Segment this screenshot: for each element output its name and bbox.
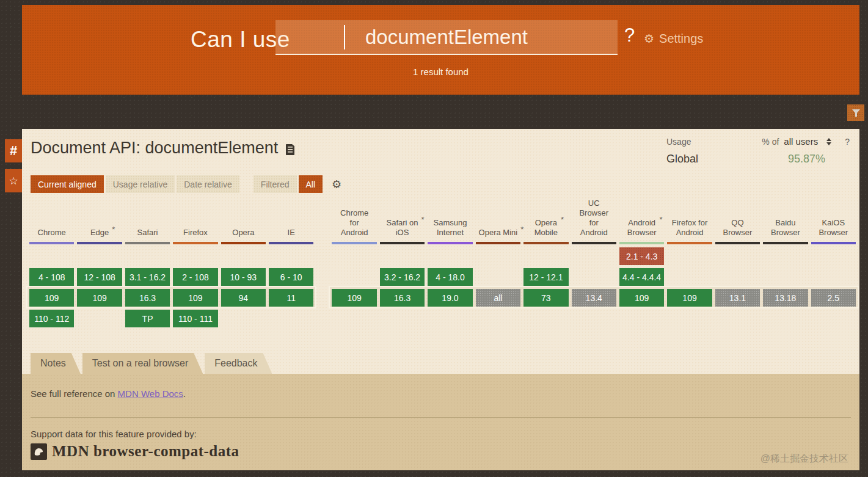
global-label: Global (666, 153, 698, 166)
global-value: 95.87% (788, 153, 825, 166)
support-cell-safari_ios-16.3[interactable]: 16.3 (380, 289, 425, 307)
browser-column-safari: Safari3.1 - 16.216.3TP (125, 199, 170, 330)
support-cell-firefox-109[interactable]: 109 (173, 289, 217, 307)
support-cell-safari-3.1-16.2[interactable]: 3.1 - 16.2 (125, 268, 170, 286)
toggle-filter-all[interactable]: All (299, 175, 323, 193)
browser-name: Android Browser* (619, 199, 664, 242)
browser-column-firefox_android: Firefox for Android109 (667, 199, 712, 330)
table-settings-gear-icon[interactable]: ⚙ (332, 175, 341, 193)
support-cell-firefox_android-109[interactable]: 109 (667, 289, 712, 307)
tab-notes[interactable]: Notes (31, 353, 81, 374)
toggle-date-relative[interactable]: Date relative (177, 175, 239, 193)
reference-text: See full reference on MDN Web Docs. (31, 388, 186, 399)
select-arrows-icon[interactable] (826, 138, 831, 145)
tab-test-on-a-real-browser[interactable]: Test on a real browser (82, 353, 203, 374)
support-cell-safari_ios-3.2-16.2[interactable]: 3.2 - 16.2 (380, 268, 425, 286)
support-cell-empty (380, 247, 425, 265)
browser-name: Opera Mobile* (523, 199, 568, 242)
support-cell-empty (173, 247, 217, 265)
usage-bar (29, 242, 74, 244)
star-icon: ☆ (9, 175, 18, 188)
support-cell-edge-12-108[interactable]: 12 - 108 (77, 268, 122, 286)
support-cell-chrome-4-108[interactable]: 4 - 108 (29, 268, 74, 286)
usage-bar (523, 242, 568, 244)
support-cell-empty (811, 268, 856, 286)
support-cell-empty (763, 268, 808, 286)
support-cell-empty (715, 247, 760, 265)
sidebar-hash-button[interactable]: # (5, 139, 22, 162)
browser-column-uc_browser: UC Browser for Android13.4 (572, 199, 616, 330)
usage-bar (811, 242, 856, 244)
tabs-row: NotesTest on a real browserFeedback (31, 353, 274, 374)
sidebar-star-button[interactable]: ☆ (5, 169, 22, 192)
usage-select[interactable]: all users (784, 136, 818, 147)
support-cell-empty (380, 310, 425, 327)
toggle-usage-relative[interactable]: Usage relative (106, 175, 175, 193)
tab-feedback[interactable]: Feedback (205, 353, 272, 374)
browser-name: Samsung Internet (428, 199, 472, 242)
support-cell-samsung-19.0[interactable]: 19.0 (428, 289, 472, 307)
usage-help-button[interactable]: ? (845, 137, 850, 147)
browser-column-edge: Edge*12 - 108109 (77, 199, 122, 330)
browser-column-qq_browser: QQ Browser13.1 (715, 199, 760, 330)
support-cell-android_browser-2.1-4.3[interactable]: 2.1 - 4.3 (619, 247, 664, 265)
browser-name: Safari (125, 199, 170, 242)
view-controls: Current aligned Usage relative Date rela… (31, 175, 341, 193)
support-cell-samsung-4-18.0[interactable]: 4 - 18.0 (428, 268, 472, 286)
support-cell-firefox-110-111[interactable]: 110 - 111 (173, 310, 217, 327)
support-cell-empty (811, 310, 856, 327)
browser-name: Firefox for Android (667, 199, 712, 242)
support-cell-ie-11[interactable]: 11 (269, 289, 313, 307)
usage-bar (125, 242, 170, 244)
gear-icon: ⚙ (644, 32, 654, 46)
support-cell-ie-6-10[interactable]: 6 - 10 (269, 268, 313, 286)
mdn-link[interactable]: MDN Web Docs (118, 388, 183, 399)
search-input[interactable] (275, 20, 618, 55)
usage-bar (667, 242, 712, 244)
usage-panel: Usage % of all users ? Global 95.87% (666, 136, 850, 166)
provider-name: MDN browser-compat-data (52, 443, 239, 460)
percent-of-label: % of (762, 137, 779, 147)
document-icon[interactable] (285, 144, 295, 156)
browser-grid: Chrome4 - 108109110 - 112Edge*12 - 10810… (29, 199, 856, 330)
support-cell-empty (125, 247, 170, 265)
group-spacer (316, 199, 329, 330)
support-cell-qq_browser-13.1[interactable]: 13.1 (715, 289, 760, 307)
support-cell-empty (332, 310, 376, 327)
support-cell-kaios_browser-2.5[interactable]: 2.5 (811, 289, 856, 307)
settings-button[interactable]: ⚙ Settings (644, 32, 703, 46)
asterisk-note: * (421, 215, 425, 225)
support-cell-opera-94[interactable]: 94 (221, 289, 266, 307)
support-cell-android_browser-4.4-4.4.4[interactable]: 4.4 - 4.4.4 (619, 268, 664, 286)
toggle-current-aligned[interactable]: Current aligned (31, 175, 104, 193)
reference-prefix: See full reference on (31, 388, 118, 399)
support-cell-safari-16.3[interactable]: 16.3 (125, 289, 170, 307)
support-cell-empty (77, 310, 122, 327)
support-cell-opera_mini-all[interactable]: all (476, 289, 520, 307)
help-button[interactable]: ? (624, 24, 635, 46)
support-cell-empty (619, 310, 664, 327)
support-cell-uc_browser-13.4[interactable]: 13.4 (572, 289, 616, 307)
support-cell-safari-TP[interactable]: TP (125, 310, 170, 327)
support-cell-empty (667, 247, 712, 265)
support-cell-firefox-2-108[interactable]: 2 - 108 (173, 268, 217, 286)
support-cell-edge-109[interactable]: 109 (77, 289, 122, 307)
usage-bar (476, 242, 520, 244)
support-cell-opera_mobile-73[interactable]: 73 (523, 289, 568, 307)
browser-name: Opera (221, 199, 266, 242)
browser-name: KaiOS Browser (811, 199, 856, 242)
browser-column-firefox: Firefox2 - 108109110 - 111 (173, 199, 217, 330)
browser-column-ie: IE6 - 1011 (269, 199, 313, 330)
support-cell-chrome-109[interactable]: 109 (29, 289, 74, 307)
support-cell-empty (269, 247, 313, 265)
support-cell-chrome_android-109[interactable]: 109 (332, 289, 376, 307)
support-cell-android_browser-109[interactable]: 109 (619, 289, 664, 307)
support-cell-opera-10-93[interactable]: 10 - 93 (221, 268, 266, 286)
provider-row[interactable]: MDN browser-compat-data (31, 443, 239, 460)
support-cell-opera_mobile-12-12.1[interactable]: 12 - 12.1 (523, 268, 568, 286)
toggle-filtered[interactable]: Filtered (253, 175, 297, 193)
support-cell-baidu_browser-13.18[interactable]: 13.18 (763, 289, 808, 307)
filter-button[interactable] (847, 104, 864, 121)
support-cell-chrome-110-112[interactable]: 110 - 112 (29, 310, 74, 327)
settings-label: Settings (659, 32, 703, 46)
